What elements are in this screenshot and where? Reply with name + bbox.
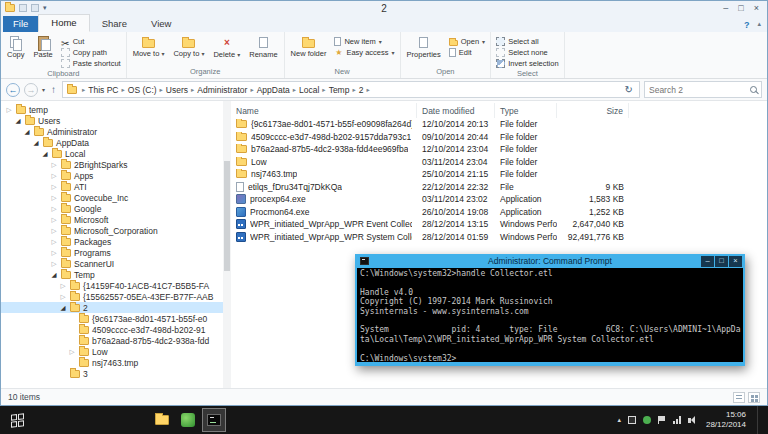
collapse-icon[interactable]: ◢ — [50, 271, 58, 279]
tab-home[interactable]: Home — [38, 14, 89, 32]
expand-icon[interactable]: ▷ — [5, 106, 13, 114]
recent-locations-icon[interactable]: ▾ — [42, 86, 45, 93]
tree-item[interactable]: ◢Users — [1, 115, 231, 126]
details-view-button[interactable] — [733, 392, 745, 403]
cmd-window-icon[interactable] — [360, 257, 369, 265]
expand-icon[interactable]: ▷ — [50, 260, 58, 268]
copy-button[interactable]: Copy — [4, 34, 28, 59]
tree-item[interactable]: ◢Temp — [1, 269, 231, 280]
tray-green-status-icon[interactable] — [643, 416, 651, 424]
qat-properties-icon[interactable] — [19, 4, 27, 12]
tree-scrollbar-thumb[interactable] — [224, 161, 230, 271]
breadcrumb-segment[interactable]: 2 — [357, 85, 366, 95]
command-prompt-window[interactable]: Administrator: Command Prompt – □ × C:\W… — [355, 254, 745, 366]
tree-item[interactable]: ▷Google — [1, 203, 231, 214]
collapse-icon[interactable]: ◢ — [14, 117, 22, 125]
column-header-type[interactable]: Type — [495, 103, 557, 118]
file-row[interactable]: {9c6173ae-8d01-4571-b55f-e09098fa264d}12… — [231, 118, 767, 131]
rename-button[interactable]: Rename — [246, 34, 280, 59]
tree-item[interactable]: ◢AppData — [1, 137, 231, 148]
tree-item[interactable]: ▷Low — [1, 346, 231, 357]
refresh-icon[interactable]: ↻ — [623, 84, 635, 95]
paste-shortcut-button[interactable]: Paste shortcut — [59, 59, 123, 68]
easy-access-button[interactable]: ★ Easy access ▾ — [332, 48, 396, 57]
tray-app-icon[interactable] — [628, 416, 636, 424]
close-button[interactable]: × — [754, 3, 759, 13]
search-input[interactable] — [645, 85, 750, 95]
select-all-button[interactable]: Select all — [494, 37, 560, 46]
tree-item[interactable]: ▷temp — [1, 104, 231, 115]
tree-item[interactable]: {9c6173ae-8d01-4571-b55f-e0 — [1, 313, 231, 324]
move-to-button[interactable]: Move to ▾ — [130, 34, 168, 58]
show-desktop-button[interactable] — [757, 406, 762, 434]
cmd-minimize-button[interactable]: – — [701, 256, 714, 267]
cmd-close-button[interactable]: × — [729, 256, 742, 267]
hidden-icons-chevron-icon[interactable]: ▴ — [617, 416, 621, 424]
collapse-icon[interactable]: ◢ — [41, 150, 49, 158]
cmd-output[interactable]: C:\Windows\system32>handle Collector.etl… — [357, 268, 743, 362]
breadcrumb-segment[interactable]: Administrator — [195, 85, 249, 95]
copy-to-button[interactable]: Copy to ▾ — [170, 34, 207, 58]
expand-icon[interactable]: ▷ — [50, 227, 58, 235]
network-icon[interactable] — [673, 416, 681, 424]
tab-file[interactable]: File — [3, 16, 38, 32]
expand-icon[interactable]: ▷ — [50, 161, 58, 169]
file-row[interactable]: etilqs_fDru34Tqj7DkKQa22/12/2014 22:32Fi… — [231, 181, 767, 194]
file-row[interactable]: Low03/11/2014 23:04File folder — [231, 156, 767, 169]
breadcrumb-segment[interactable]: AppData — [255, 85, 292, 95]
forward-button[interactable]: → — [24, 83, 38, 97]
file-row[interactable]: 4509cccc-e3d7-498d-b202-9157dda793c109/1… — [231, 131, 767, 144]
tree-item[interactable]: ▷Packages — [1, 236, 231, 247]
tree-item[interactable]: ▷ScannerUI — [1, 258, 231, 269]
column-header-date-modified[interactable]: Date modified — [417, 103, 495, 118]
properties-button[interactable]: Properties — [404, 34, 444, 59]
taskbar-green-app-icon[interactable] — [176, 408, 200, 432]
edit-button[interactable]: Edit — [447, 48, 487, 57]
back-button[interactable]: ← — [6, 83, 20, 97]
help-icon[interactable]: ? — [744, 20, 750, 30]
taskbar-cmd-icon[interactable] — [202, 408, 226, 432]
file-row[interactable]: b76a2aad-87b5-4dc2-938a-fdd4ee969fba12/1… — [231, 143, 767, 156]
file-row[interactable]: procexp64.exe03/11/2014 23:02Application… — [231, 193, 767, 206]
cmd-maximize-button[interactable]: □ — [715, 256, 728, 267]
file-row[interactable]: Procmon64.exe26/10/2014 19:08Application… — [231, 206, 767, 219]
expand-icon[interactable]: ▷ — [50, 205, 58, 213]
expand-icon[interactable]: ▷ — [50, 183, 58, 191]
tree-item[interactable]: ▷{14159F40-1ACB-41C7-B5B5-FA — [1, 280, 231, 291]
open-button[interactable]: Open ▾ — [447, 37, 487, 46]
qat-new-folder-icon[interactable] — [31, 4, 39, 12]
copy-path-button[interactable]: Copy path — [59, 48, 123, 57]
expand-icon[interactable]: ▷ — [50, 238, 58, 246]
breadcrumb-segment[interactable]: This PC — [86, 85, 120, 95]
volume-icon[interactable] — [688, 416, 695, 424]
collapse-icon[interactable]: ◢ — [32, 139, 40, 147]
taskbar-explorer-icon[interactable] — [150, 408, 174, 432]
tree-item[interactable]: nsj7463.tmp — [1, 357, 231, 368]
tree-item[interactable]: ▷ATI — [1, 181, 231, 192]
tree-scrollbar[interactable] — [223, 101, 231, 388]
tree-item[interactable]: 4509cccc-e3d7-498d-b202-91 — [1, 324, 231, 335]
expand-icon[interactable]: ▷ — [50, 172, 58, 180]
tree-item[interactable]: b76a2aad-87b5-4dc2-938a-fdd — [1, 335, 231, 346]
delete-button[interactable]: × Delete ▾ — [210, 34, 243, 59]
expand-icon[interactable]: ▷ — [50, 249, 58, 257]
start-button[interactable] — [0, 406, 34, 434]
tree-item[interactable]: ◢2 — [1, 302, 231, 313]
breadcrumb-separator-icon[interactable]: ▸ — [365, 86, 370, 94]
tab-view[interactable]: View — [139, 16, 183, 32]
maximize-button[interactable]: □ — [738, 3, 743, 13]
expand-icon[interactable]: ▷ — [50, 216, 58, 224]
ribbon-collapse-icon[interactable]: ▴ — [757, 20, 761, 30]
file-row[interactable]: nsj7463.tmp25/10/2014 21:15File folder — [231, 168, 767, 181]
action-center-flag-icon[interactable] — [658, 416, 666, 424]
invert-selection-button[interactable]: Invert selection — [494, 59, 560, 68]
column-header-size[interactable]: Size — [557, 103, 629, 118]
tree-item[interactable]: ▷2BrightSparks — [1, 159, 231, 170]
tree-item[interactable]: ▷Apps — [1, 170, 231, 181]
explorer-titlebar[interactable]: ▾ 2 – □ × — [1, 1, 767, 15]
tree-item[interactable]: ▷Microsoft_Corporation — [1, 225, 231, 236]
expand-icon[interactable]: ▷ — [59, 282, 67, 290]
up-button[interactable]: ↑ — [49, 84, 58, 95]
expand-icon[interactable]: ▷ — [59, 293, 67, 301]
search-box[interactable] — [644, 81, 762, 98]
